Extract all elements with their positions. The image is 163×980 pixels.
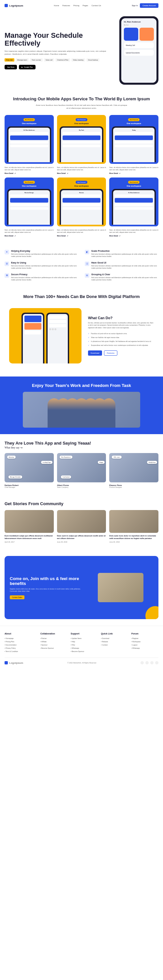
footer-link[interactable]: • Whatsapp [71, 646, 98, 650]
more-detail-link[interactable]: More Detail ↗ [5, 235, 54, 237]
testimonial-role: Product Designer [109, 486, 158, 488]
testimonial-tag: Manage Schedule [8, 476, 22, 479]
tag[interactable]: Voice call [44, 58, 54, 62]
nav-pricing[interactable]: Pricing [74, 5, 79, 6]
testimonial-card: AmazingLanding PageManage Schedule Darla… [5, 453, 54, 488]
testimonial-image: AmazingLanding PageManage Schedule [5, 453, 54, 482]
linkedin-icon[interactable] [155, 661, 158, 664]
footer-link[interactable]: • Term & Condition [5, 650, 37, 653]
feature-desc: Nam, sit ridiculus lectus duis suspendis… [57, 166, 106, 171]
story-card[interactable]: Duis sunt in culpa qui officia deserunt … [57, 510, 106, 543]
more-detail-link[interactable]: More Detail ↗ [109, 172, 158, 174]
stories-section: Get Stories From Community Eum incididun… [0, 495, 163, 550]
feature-phone-title: One workspace [112, 185, 156, 187]
logo[interactable]: Logoipsum [5, 4, 23, 7]
more-detail-link[interactable]: More Detail ↗ [57, 172, 106, 174]
benefit-item: ⛨ Secure Privacy Nisl tortor tincidunt u… [5, 273, 78, 281]
hero-section: Manage Your Schedule Effectively Nisi ma… [0, 11, 163, 90]
testimonial-tag: Landing Page [41, 461, 53, 464]
phone-task-item: Upload Documents [124, 50, 154, 56]
contact-sales-button[interactable]: Contact Sales [10, 595, 24, 599]
phone-task-item: Meeting Call [124, 42, 154, 48]
footer-link[interactable]: • Download [101, 637, 128, 640]
feature-phone-title: One workspace [7, 123, 51, 124]
story-title: Dolo aute irure dolor in reprehen derit … [109, 535, 158, 540]
platform-list-item: Vitae non facilisis nisi eget massa vita… [88, 336, 154, 339]
facebook-icon[interactable] [141, 661, 144, 664]
testimonial-image: 100+ moreReally Easy [109, 453, 158, 482]
testimonial-tag: Amazing [7, 456, 16, 458]
footer-col-title: Collaboration [40, 633, 67, 635]
tag[interactable]: Video meeting [71, 58, 85, 62]
footer-link[interactable]: • Workspace [131, 640, 158, 643]
tag[interactable]: Manage team [16, 58, 29, 62]
phone-task-label: My Task [124, 24, 154, 26]
footer-link[interactable]: • Homepage [5, 637, 37, 640]
tag-free-trial[interactable]: Free trial [5, 58, 14, 62]
twitter-icon[interactable] [145, 661, 149, 664]
footer-link[interactable]: • Contact [101, 643, 128, 646]
intro-section: Introducing Our Mobile Apps Service To T… [0, 90, 163, 243]
benefit-title: Grouping & Clear [91, 273, 158, 275]
story-card[interactable]: Eum incididunt culpa qui officia deserun… [5, 510, 54, 543]
story-title: Eum incididunt culpa qui officia deserun… [5, 535, 54, 540]
platform-list-item: Suspendisse sed velit et lectus nunc sce… [88, 343, 154, 347]
footer-link[interactable]: • Register [131, 637, 158, 640]
app-store-button[interactable]: App Store [5, 65, 17, 69]
nav-pages[interactable]: Pages [83, 5, 88, 6]
testimonial-role: Team Company [57, 486, 106, 488]
footer-link[interactable]: • Update News [71, 637, 98, 640]
instagram-icon[interactable] [150, 661, 153, 664]
tag[interactable]: Onetime & Plan [56, 58, 70, 62]
footer-link[interactable]: • FAQ [71, 643, 98, 646]
tag[interactable]: Cloud backup [86, 58, 100, 62]
platform-list-item: Faucibus sit proin elit en ac auctor dig… [88, 332, 154, 336]
google-play-button[interactable]: ▶ Google Play [19, 65, 35, 69]
more-detail-link[interactable]: More Detail ↗ [5, 172, 54, 174]
footer-col-title: About [5, 633, 37, 635]
footer-link[interactable]: • Affiliate [40, 640, 67, 643]
nav-home[interactable]: Home [54, 5, 59, 6]
tag[interactable]: Task counter [30, 58, 42, 62]
badge: Best Featured [76, 181, 87, 184]
download-button[interactable]: Download [88, 350, 102, 356]
benefit-desc: Nisl tortor tincidunt ultricies sed bibe… [91, 277, 158, 281]
story-card[interactable]: Dolo aute irure dolor in reprehen derit … [109, 510, 158, 543]
nav-features[interactable]: Features [62, 5, 70, 6]
testimonial-role: Chief Manager [5, 486, 54, 488]
badge: Best Featured [24, 181, 35, 184]
intro-title: Introducing Our Mobile Apps Service To T… [5, 96, 158, 102]
footer-logo[interactable]: Logoipsum [5, 661, 23, 664]
footer-link[interactable]: • Privacy Policy [5, 646, 37, 650]
feature-phone-preview: Best Featured One workspace My Task [57, 115, 106, 164]
benefit-icon: ◫ [85, 261, 89, 266]
feature-phone-title: One workspace [112, 123, 156, 124]
footer-link[interactable]: • Pricing Plan [5, 640, 37, 643]
footer-link[interactable]: • Logout [131, 643, 158, 646]
footer-link[interactable]: • Become Sponsor [71, 650, 98, 653]
footer-link[interactable]: • Sponsor [40, 643, 67, 646]
footer-col-title: Quick Link [101, 633, 128, 635]
footer-link[interactable]: • Whatsapp [131, 646, 158, 650]
benefit-desc: Nisl tortor tincidunt ultricies sed bibe… [91, 253, 158, 258]
testimonials-grid: AmazingLanding PageManage Schedule Darla… [5, 453, 158, 488]
footer-link[interactable]: • Release [101, 640, 128, 643]
create-account-button[interactable]: Create Account [140, 3, 158, 8]
signin-link[interactable]: Sign In [132, 5, 138, 6]
benefit-desc: Nisl tortor tincidunt ultricies sed bibe… [91, 265, 158, 269]
footer-link[interactable]: • Partner [40, 637, 67, 640]
benefit-item: ◫ Have Good UI Nisl tortor tincidunt ult… [85, 261, 158, 269]
more-detail-link[interactable]: More Detail ↗ [57, 235, 106, 237]
features-button[interactable]: Features [104, 350, 118, 356]
footer-link[interactable]: • Documentation [5, 643, 37, 646]
nav-contact[interactable]: Contact Us [91, 5, 101, 6]
footer-link[interactable]: • Help [71, 640, 98, 643]
arrow-icon: ↗ [119, 235, 120, 237]
benefit-item: ◧ Scale Productive Nisl tortor tincidunt… [85, 250, 158, 258]
more-detail-link[interactable]: More Detail ↗ [109, 235, 158, 237]
hero-phone: Hi, Rian Anderson My Task Meeting Call U… [119, 16, 158, 85]
footer-col-title: Support [71, 633, 98, 635]
footer-link[interactable]: • Become Sponsor [40, 646, 67, 650]
story-date: April 29, 2017 [5, 541, 54, 543]
arrow-icon: ↗ [119, 172, 120, 174]
